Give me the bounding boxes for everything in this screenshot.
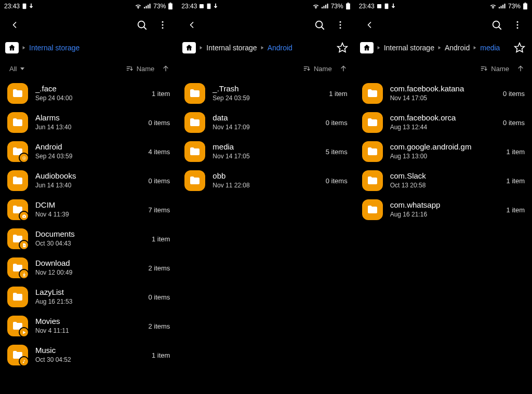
back-button[interactable]: [181, 15, 202, 35]
folder-date: Nov 4 11:39: [35, 210, 141, 219]
svg-marker-63: [438, 46, 441, 49]
folder-list: com.facebook.katanaNov 14 17:050 itemsco…: [355, 79, 532, 224]
battery-icon: [523, 3, 528, 10]
svg-rect-21: [23, 214, 25, 215]
folder-name: obb: [212, 171, 318, 181]
sort-button[interactable]: Name: [302, 64, 332, 73]
breadcrumb-segment[interactable]: Android: [445, 44, 470, 52]
folder-icon: [7, 257, 28, 278]
folder-row[interactable]: obbNov 11 22:080 items: [177, 166, 354, 195]
folder-row[interactable]: DownloadNov 12 00:492 items: [0, 253, 177, 282]
folder-icon: [7, 199, 28, 220]
folder-row[interactable]: LazyListAug 16 21:530 items: [0, 282, 177, 311]
svg-point-61: [516, 27, 518, 29]
svg-marker-26: [23, 331, 25, 334]
status-icon: [206, 3, 211, 9]
folder-name: Documents: [35, 229, 144, 239]
sort-direction-button[interactable]: [339, 64, 348, 73]
breadcrumb-segment[interactable]: media: [480, 44, 500, 52]
svg-rect-50: [384, 4, 388, 9]
svg-point-11: [162, 27, 164, 29]
svg-rect-35: [346, 4, 350, 10]
folder-count: 4 items: [148, 148, 170, 156]
svg-rect-22: [23, 245, 25, 246]
back-button[interactable]: [359, 15, 380, 35]
folder-icon: [7, 83, 28, 104]
folder-icon: [184, 112, 205, 133]
search-button[interactable]: [486, 15, 507, 35]
music-badge-icon: [19, 356, 29, 366]
svg-point-18: [23, 157, 24, 158]
folder-row[interactable]: mediaNov 14 17:055 items: [177, 137, 354, 166]
folder-date: Jun 14 13:40: [35, 123, 141, 132]
folder-row[interactable]: com.whatsappAug 16 21:161 item: [355, 195, 532, 224]
folder-row[interactable]: com.facebook.katanaNov 14 17:050 items: [355, 79, 532, 108]
sort-direction-button[interactable]: [516, 64, 525, 73]
svg-rect-4: [150, 4, 151, 8]
folder-date: Sep 24 03:59: [212, 94, 322, 103]
folder-name: Audiobooks: [35, 171, 141, 181]
folder-count: 1 item: [507, 148, 525, 156]
chevron-right-icon: [260, 45, 264, 51]
folder-name: data: [212, 113, 318, 123]
svg-rect-56: [524, 3, 526, 4]
folder-count: 0 items: [326, 119, 348, 127]
folder-date: Aug 13 13:00: [390, 152, 499, 161]
folder-row[interactable]: DCIMNov 4 11:397 items: [0, 195, 177, 224]
svg-point-59: [516, 21, 518, 23]
status-bar: 23:4373%: [0, 0, 177, 12]
folder-date: Oct 13 20:58: [390, 181, 499, 190]
folder-row[interactable]: AudiobooksJun 14 13:400 items: [0, 166, 177, 195]
folder-row[interactable]: com.facebook.orcaAug 13 12:440 items: [355, 108, 532, 137]
more-button[interactable]: [507, 15, 528, 35]
folder-row[interactable]: com.SlackOct 13 20:581 item: [355, 166, 532, 195]
home-icon[interactable]: [360, 42, 374, 53]
search-button[interactable]: [309, 15, 330, 35]
download-badge-icon: [19, 269, 29, 279]
folder-name: media: [212, 142, 318, 152]
search-button[interactable]: [131, 15, 152, 35]
sort-button[interactable]: Name: [125, 64, 155, 73]
folder-row[interactable]: DocumentsOct 30 04:431 item: [0, 224, 177, 253]
breadcrumb: Internal storageAndroid: [177, 37, 354, 58]
folder-row[interactable]: MusicOct 30 04:521 item: [0, 341, 177, 370]
home-icon[interactable]: [5, 42, 19, 53]
breadcrumb: Internal storageAndroidmedia: [355, 37, 532, 58]
breadcrumb-segment[interactable]: Internal storage: [29, 44, 79, 52]
svg-rect-33: [325, 5, 326, 8]
folder-name: _.face: [35, 84, 144, 94]
folder-icon: [362, 83, 383, 104]
svg-rect-32: [323, 6, 324, 8]
svg-point-20: [23, 215, 24, 216]
chevron-right-icon: [377, 45, 381, 51]
favorite-button[interactable]: [512, 40, 527, 55]
folder-row[interactable]: AndroidSep 24 03:594 items: [0, 137, 177, 166]
folder-icon: [7, 228, 28, 249]
folder-icon: [362, 199, 383, 220]
filter-dropdown[interactable]: All: [9, 65, 25, 73]
breadcrumb-segment[interactable]: Android: [268, 44, 292, 52]
svg-marker-42: [200, 46, 203, 49]
svg-rect-52: [500, 6, 501, 8]
folder-name: com.facebook.katana: [390, 84, 496, 94]
sort-button[interactable]: Name: [480, 64, 509, 73]
favorite-button[interactable]: [335, 40, 350, 55]
folder-date: Aug 16 21:16: [390, 210, 499, 219]
folder-row[interactable]: _.TrashSep 24 03:591 item: [177, 79, 354, 108]
folder-row[interactable]: dataNov 14 17:090 items: [177, 108, 354, 137]
svg-line-58: [499, 27, 501, 29]
more-button[interactable]: [152, 15, 173, 35]
home-icon[interactable]: [182, 42, 196, 53]
status-time: 23:43: [181, 3, 197, 10]
breadcrumb-segment[interactable]: Internal storage: [384, 44, 434, 52]
sort-direction-button[interactable]: [162, 64, 170, 73]
folder-row[interactable]: _.faceSep 24 04:001 item: [0, 79, 177, 108]
folder-count: 0 items: [503, 119, 525, 127]
folder-row[interactable]: com.google.android.gmAug 13 13:001 item: [355, 137, 532, 166]
folder-row[interactable]: MoviesNov 4 11:112 items: [0, 311, 177, 341]
breadcrumb-segment[interactable]: Internal storage: [206, 44, 257, 52]
folder-row[interactable]: AlarmsJun 14 13:400 items: [0, 108, 177, 137]
more-button[interactable]: [330, 15, 351, 35]
wifi-icon: [135, 3, 142, 9]
back-button[interactable]: [4, 15, 25, 35]
